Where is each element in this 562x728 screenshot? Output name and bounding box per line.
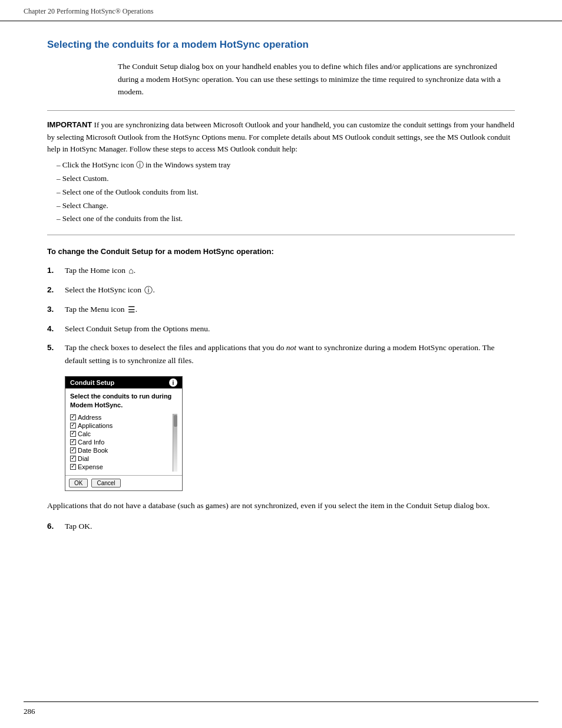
page-footer: 286 [24, 701, 538, 716]
important-box: IMPORTANT If you are synchronizing data … [47, 110, 515, 235]
intro-text: The Conduit Setup dialog box on your han… [118, 62, 501, 96]
step-4-content: Select Conduit Setup from the Options me… [65, 322, 515, 335]
conduit-dialog-header: Conduit Setup i [65, 377, 182, 388]
step-6-number: 6. [47, 520, 65, 533]
conduit-dialog-footer: OK Cancel [65, 476, 182, 490]
conduit-item-applications: Applications [70, 422, 173, 429]
step-1-content: Tap the Home icon ⌂. [65, 264, 515, 278]
step-2: 2. Select the HotSync icon ⓘ. [47, 284, 515, 297]
important-step-4: – Select Change. [57, 200, 515, 212]
conduit-items-list: Address Applications Calc Card Info Date… [70, 414, 173, 472]
conduit-item-cardinfo: Card Info [70, 439, 173, 446]
conduit-dialog-title: Conduit Setup [70, 379, 114, 386]
important-text: If you are synchronizing data between Mi… [47, 120, 514, 154]
conduit-dialog-subtitle: Select the conduits to run during Modem … [70, 392, 177, 409]
conduit-checkbox-cardinfo[interactable] [70, 439, 76, 445]
conduit-checkbox-expense[interactable] [70, 464, 76, 470]
hotsync-icon: ⓘ [144, 284, 153, 297]
conduit-ok-button[interactable]: OK [69, 479, 88, 487]
important-para: IMPORTANT If you are synchronizing data … [47, 119, 515, 156]
conduit-item-expense: Expense [70, 463, 173, 470]
conduit-checkbox-datebook[interactable] [70, 447, 76, 453]
step-5-number: 5. [47, 341, 65, 354]
conduit-scrollbar[interactable] [173, 414, 177, 472]
conduit-checkbox-dial[interactable] [70, 456, 76, 462]
step-5-content: Tap the check boxes to deselect the file… [65, 341, 515, 367]
page-number: 286 [24, 707, 35, 716]
conduit-cancel-button[interactable]: Cancel [91, 479, 120, 487]
conduit-item-address: Address [70, 414, 173, 421]
conduit-item-calc: Calc [70, 430, 173, 437]
step-3-content: Tap the Menu icon ☰. [65, 303, 515, 317]
conduit-checkbox-applications[interactable] [70, 423, 76, 429]
step-2-number: 2. [47, 284, 65, 297]
intro-paragraph: The Conduit Setup dialog box on your han… [118, 60, 515, 98]
step-6-content: Tap OK. [65, 520, 515, 533]
page-header: Chapter 20 Performing HotSync® Operation… [0, 0, 562, 21]
steps-list: 1. Tap the Home icon ⌂. 2. Select the Ho… [47, 264, 515, 367]
step-1-number: 1. [47, 264, 65, 277]
step-6: 6. Tap OK. [47, 520, 515, 533]
important-step-3: – Select one of the Outlook conduits fro… [57, 186, 515, 199]
chapter-label: Chapter 20 Performing HotSync® Operation… [24, 7, 153, 15]
step-5: 5. Tap the check boxes to deselect the f… [47, 341, 515, 367]
step-3: 3. Tap the Menu icon ☰. [47, 303, 515, 317]
conduit-item-dial: Dial [70, 455, 173, 462]
important-label: IMPORTANT [47, 120, 92, 129]
important-step-1: – Click the HotSync icon ⓘ in the Window… [57, 159, 515, 172]
important-steps-list: – Click the HotSync icon ⓘ in the Window… [47, 159, 515, 225]
conduit-dialog-body: Select the conduits to run during Modem … [65, 388, 182, 476]
procedure-title: To change the Conduit Setup for a modem … [47, 247, 515, 256]
not-italic: not [286, 343, 296, 352]
conduit-dialog-screenshot: Conduit Setup i Select the conduits to r… [65, 376, 183, 491]
step-3-number: 3. [47, 303, 65, 316]
conduit-checkbox-calc[interactable] [70, 431, 76, 437]
step-1: 1. Tap the Home icon ⌂. [47, 264, 515, 278]
important-step-5: – Select one of the conduits from the li… [57, 213, 515, 225]
menu-icon: ☰ [128, 304, 135, 317]
conduit-item-datebook: Date Book [70, 447, 173, 454]
note-paragraph: Applications that do not have a database… [47, 499, 515, 512]
step-4-number: 4. [47, 322, 65, 335]
step-4: 4. Select Conduit Setup from the Options… [47, 322, 515, 335]
conduit-list-wrapper: Address Applications Calc Card Info Date… [70, 414, 177, 472]
page: Chapter 20 Performing HotSync® Operation… [0, 0, 562, 728]
home-icon: ⌂ [128, 265, 133, 278]
conduit-info-icon: i [169, 378, 177, 387]
step-2-content: Select the HotSync icon ⓘ. [65, 284, 515, 297]
section-title: Selecting the conduits for a modem HotSy… [47, 39, 515, 51]
conduit-checkbox-address[interactable] [70, 414, 76, 420]
note-text: Applications that do not have a database… [47, 501, 490, 510]
important-step-2: – Select Custom. [57, 173, 515, 185]
main-content: Selecting the conduits for a modem HotSy… [0, 21, 562, 562]
